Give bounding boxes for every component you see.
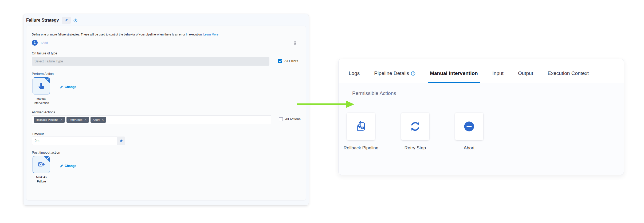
info-icon[interactable] [73, 18, 77, 22]
allowed-action-chip: Retry Step ✕ [66, 117, 89, 123]
delete-strategy-button[interactable] [293, 41, 297, 46]
tab-label: Input [492, 70, 504, 76]
action-rollback-pipeline: Rollback Pipeline [342, 113, 380, 151]
trash-icon [293, 41, 297, 45]
timeout-field-group: 2m [32, 137, 125, 145]
tab-label: Logs [349, 70, 360, 76]
all-actions-label: All Actions [285, 117, 301, 121]
permissible-actions-title: Permissible Actions [352, 90, 396, 96]
perform-action-name: Manual Intervention [24, 97, 59, 105]
allowed-actions-label: Allowed Actions [32, 110, 55, 114]
pointer-arrow [295, 99, 356, 110]
perform-action-label: Perform Action [32, 72, 54, 76]
tab-pipeline-details[interactable]: Pipeline Details [374, 70, 415, 83]
check-icon [279, 60, 282, 62]
timeout-pin-button[interactable] [117, 137, 125, 145]
learn-more-link[interactable]: Learn More [203, 33, 218, 36]
retry-step-icon [409, 120, 421, 133]
post-timeout-label: Post timeout action [32, 151, 60, 154]
change-label: Change [65, 85, 76, 89]
info-icon [411, 71, 415, 76]
remove-chip-icon[interactable]: ✕ [60, 118, 62, 122]
all-errors-checkbox-row[interactable]: All Errors [278, 59, 298, 63]
failure-strategy-form: Define one or more failure strategies. T… [26, 26, 306, 201]
allowed-action-chip: Abort ✕ [91, 117, 106, 123]
remove-chip-icon[interactable]: ✕ [101, 118, 104, 122]
description-text: Define one or more failure strategies. T… [32, 33, 202, 36]
tab-output[interactable]: Output [518, 70, 533, 83]
change-action-link[interactable]: Change [60, 85, 76, 89]
pencil-icon [60, 164, 63, 168]
pin-button[interactable] [62, 17, 71, 24]
perform-action-tile[interactable] [33, 77, 50, 94]
rollback-pipeline-icon [355, 121, 367, 132]
post-timeout-action-tile[interactable] [33, 156, 50, 173]
failure-type-select[interactable]: Select Failure Type [32, 57, 269, 66]
all-errors-label: All Errors [284, 59, 298, 63]
allowed-action-chip: Rollback Pipeline ✕ [34, 117, 65, 123]
action-label: Retry Step [405, 145, 426, 151]
panel-description: Define one or more failure strategies. T… [32, 33, 218, 36]
tab-label: Pipeline Details [374, 70, 409, 76]
allowed-actions-input[interactable]: Rollback Pipeline ✕ Retry Step ✕ Abort ✕ [32, 115, 271, 124]
tab-execution-context[interactable]: Execution Context [548, 70, 589, 83]
tab-label: Execution Context [548, 70, 589, 76]
abort-button[interactable] [455, 113, 483, 140]
chip-label: Abort [93, 118, 100, 121]
change-label: Change [65, 164, 76, 168]
details-tabbar: Logs Pipeline Details Manual Interventio… [339, 59, 624, 83]
all-actions-checkbox-row[interactable]: All Actions [279, 117, 301, 121]
selected-check-corner [44, 77, 50, 83]
retry-step-button[interactable] [401, 113, 429, 140]
timeout-label: Timeout [32, 132, 44, 136]
change-post-timeout-link[interactable]: Change [60, 164, 76, 168]
chip-label: Retry Step [69, 118, 83, 121]
panel-title: Failure Strategy [26, 18, 59, 23]
execution-details-panel: Logs Pipeline Details Manual Interventio… [338, 59, 624, 175]
selected-check-corner [44, 156, 50, 162]
pin-icon [64, 18, 68, 22]
action-label: Abort [464, 145, 475, 151]
tab-label: Manual Intervention [430, 70, 478, 76]
pencil-icon [60, 85, 63, 89]
failure-strategy-panel: Failure Strategy Define one or more fail… [23, 14, 309, 205]
add-strategy-button[interactable]: +Add [40, 41, 48, 45]
tab-label: Output [518, 70, 533, 76]
on-failure-label: On failure of type [32, 51, 57, 55]
tab-logs[interactable]: Logs [349, 70, 360, 83]
pin-icon [119, 139, 123, 143]
remove-chip-icon[interactable]: ✕ [84, 118, 87, 122]
rollback-pipeline-button[interactable] [347, 113, 375, 140]
tab-input[interactable]: Input [492, 70, 504, 83]
all-errors-checkbox[interactable] [278, 59, 282, 63]
abort-icon [463, 120, 475, 133]
failure-strategy-header: Failure Strategy [23, 14, 309, 24]
action-label: Rollback Pipeline [344, 145, 378, 151]
post-timeout-action-name: Mark As Failure [24, 175, 59, 184]
tab-manual-intervention[interactable]: Manual Intervention [430, 70, 478, 83]
action-retry-step: Retry Step [396, 113, 434, 151]
chip-label: Rollback Pipeline [36, 118, 58, 121]
strategy-index-badge[interactable]: 1 [32, 40, 38, 46]
timeout-input[interactable]: 2m [32, 137, 117, 145]
action-abort: Abort [450, 113, 488, 151]
all-actions-checkbox[interactable] [279, 117, 283, 121]
